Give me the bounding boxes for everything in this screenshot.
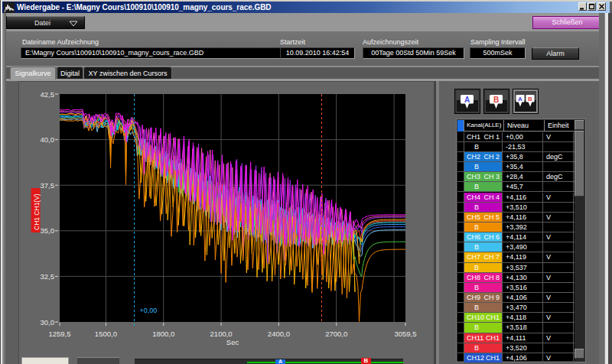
svg-text:35,0: 35,0 [41,226,55,235]
svg-text:B: B [528,95,532,102]
svg-text:37,5: 37,5 [41,181,55,190]
svg-text:B: B [493,95,499,103]
svg-text:30,0: 30,0 [41,318,55,327]
svg-text:3059,5: 3059,5 [394,330,416,338]
svg-text:1259,5: 1259,5 [48,330,70,338]
svg-text:2100,0: 2100,0 [210,330,233,338]
svg-text:+0,00: +0,00 [140,307,158,314]
svg-text:1500,0: 1500,0 [95,330,117,338]
svg-text:32,5: 32,5 [41,272,55,281]
svg-text:42,5: 42,5 [41,90,55,99]
svg-text:A: A [464,95,470,103]
svg-text:2700,0: 2700,0 [325,330,347,338]
svg-text:A: A [518,95,522,102]
svg-text:Sec: Sec [226,338,239,346]
svg-text:1800,0: 1800,0 [152,330,174,338]
svg-text:CH1 CH1(V): CH1 CH1(V) [33,193,41,230]
svg-text:40,0: 40,0 [41,135,55,144]
svg-text:2400,0: 2400,0 [268,330,290,338]
